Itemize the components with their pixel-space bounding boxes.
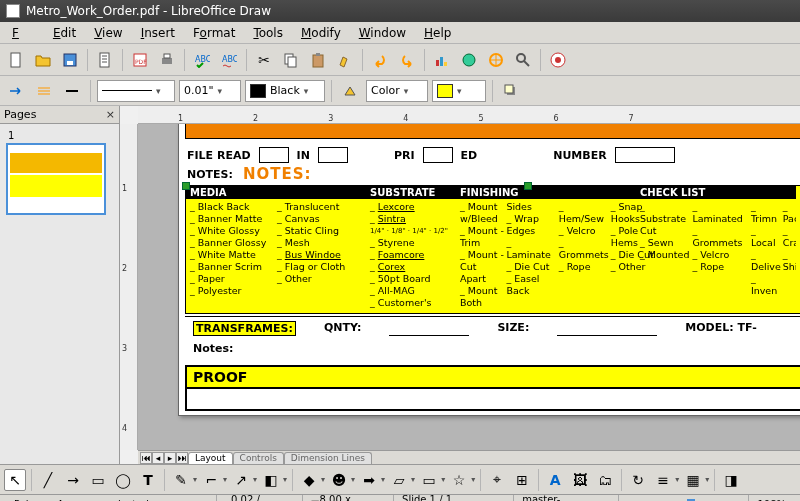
hyperlink-button[interactable]	[457, 48, 481, 72]
gallery-tool[interactable]: 🗂	[594, 469, 616, 491]
print-button[interactable]	[155, 48, 179, 72]
menu-format[interactable]: Format	[185, 24, 243, 42]
pages-panel-body: 1	[0, 124, 119, 464]
status-zoom[interactable]: 108%	[748, 495, 794, 501]
lines-arrows-tool[interactable]: ↗	[230, 469, 252, 491]
separator	[122, 49, 123, 71]
select-tool[interactable]: ↖	[4, 469, 26, 491]
spellcheck-button[interactable]: ABC	[190, 48, 214, 72]
tab-controls[interactable]: Controls	[233, 452, 284, 464]
format-paintbrush-button[interactable]	[333, 48, 357, 72]
line-color-name: Black	[270, 84, 300, 97]
line-color-button[interactable]	[60, 79, 84, 103]
area-color-combo[interactable]: ▾	[432, 80, 486, 102]
titlebar: Metro_Work_Order.pdf - LibreOffice Draw	[0, 0, 800, 22]
cut-button[interactable]: ✂	[252, 48, 276, 72]
shadow-button[interactable]	[499, 79, 523, 103]
glue-tool[interactable]: ⊞	[511, 469, 533, 491]
number-box	[615, 147, 675, 163]
3d-tool[interactable]: ◧	[260, 469, 282, 491]
arrow-tool[interactable]: →	[62, 469, 84, 491]
media-items: Black BackBanner Matte White GlossyBanne…	[186, 201, 366, 297]
notes-big-label: NOTES:	[243, 165, 312, 183]
curve-tool[interactable]: ✎	[170, 469, 192, 491]
arrow-style-button[interactable]	[4, 79, 28, 103]
menu-insert[interactable]: Insert	[133, 24, 183, 42]
tab-nav-last[interactable]: ⏭	[176, 452, 188, 464]
menubar: F Edit View Insert Format Tools Modify W…	[0, 22, 800, 44]
from-file-tool[interactable]: 🖼	[569, 469, 591, 491]
chart-button[interactable]	[430, 48, 454, 72]
rotate-tool[interactable]: ↻	[627, 469, 649, 491]
edit-file-button[interactable]	[93, 48, 117, 72]
arrange-tool[interactable]: ▦	[682, 469, 704, 491]
copy-button[interactable]	[279, 48, 303, 72]
line-tool[interactable]: ╱	[37, 469, 59, 491]
flowchart-tool[interactable]: ▱	[388, 469, 410, 491]
tab-nav-next[interactable]: ▸	[164, 452, 176, 464]
zoom-slider[interactable]: − +	[618, 495, 738, 501]
new-button[interactable]	[4, 48, 28, 72]
selection-handle[interactable]	[524, 182, 532, 190]
line-width-combo[interactable]: 0.01"▾	[179, 80, 241, 102]
line-color-combo[interactable]: Black▾	[245, 80, 325, 102]
horizontal-ruler: 1234567	[138, 106, 800, 124]
connector-tool[interactable]: ⌐	[200, 469, 222, 491]
svg-rect-14	[436, 60, 439, 66]
paste-button[interactable]	[306, 48, 330, 72]
fontwork-tool[interactable]: A	[544, 469, 566, 491]
selection-handle[interactable]	[182, 182, 190, 190]
finishing-items-a: Mount w/BleedMount - TrimMount - Cut Apa…	[456, 201, 555, 309]
substrate-column: SUBSTRATE Lexcore Sintra 1/4" · 1/8" · 1…	[366, 186, 456, 313]
zoom-button[interactable]	[511, 48, 535, 72]
block-arrows-tool[interactable]: ➡	[358, 469, 380, 491]
pages-panel-title: Pages	[4, 108, 36, 121]
menu-view[interactable]: View	[86, 24, 130, 42]
extrusion-tool[interactable]: ◨	[720, 469, 742, 491]
area-style-combo[interactable]: Color▾	[366, 80, 428, 102]
star-tool[interactable]: ☆	[448, 469, 470, 491]
basic-shapes-tool[interactable]: ◆	[298, 469, 320, 491]
status-master: master-page3	[513, 495, 598, 501]
line-style-button[interactable]	[32, 79, 56, 103]
help-button[interactable]	[546, 48, 570, 72]
export-pdf-button[interactable]: PDF	[128, 48, 152, 72]
finishing-header: FINISHING	[456, 186, 636, 199]
area-button[interactable]	[338, 79, 362, 103]
close-icon[interactable]: ×	[106, 108, 115, 121]
tab-nav-prev[interactable]: ◂	[152, 452, 164, 464]
tab-nav-first[interactable]: ⏮	[140, 452, 152, 464]
points-tool[interactable]: ⌖	[486, 469, 508, 491]
auto-spellcheck-button[interactable]: ABC	[217, 48, 241, 72]
rectangle-tool[interactable]: ▭	[87, 469, 109, 491]
menu-help[interactable]: Help	[416, 24, 459, 42]
page-thumbnail-number: 1	[6, 130, 106, 141]
menu-file[interactable]: F	[4, 24, 43, 42]
open-button[interactable]	[31, 48, 55, 72]
svg-text:ABC: ABC	[222, 55, 237, 64]
navigator-button[interactable]	[484, 48, 508, 72]
menu-edit[interactable]: Edit	[45, 24, 84, 42]
svg-rect-0	[11, 53, 20, 67]
menu-window[interactable]: Window	[351, 24, 414, 42]
pri-box	[423, 147, 453, 163]
text-tool[interactable]: T	[137, 469, 159, 491]
menu-tools[interactable]: Tools	[245, 24, 291, 42]
tab-dimension[interactable]: Dimension Lines	[284, 452, 372, 464]
page-thumbnail[interactable]: 1	[6, 130, 106, 215]
symbol-shapes-tool[interactable]: ☻	[328, 469, 350, 491]
page-viewport[interactable]: FILE READ IN PRIED NUMBER NOTES: NOTES:	[138, 124, 800, 450]
save-button[interactable]	[58, 48, 82, 72]
page-thumbnail-image	[6, 143, 106, 215]
redo-button[interactable]	[395, 48, 419, 72]
undo-button[interactable]	[368, 48, 392, 72]
line-style-combo[interactable]: ▾	[97, 80, 175, 102]
svg-rect-6	[162, 58, 172, 64]
align-tool[interactable]: ≡	[652, 469, 674, 491]
menu-modify[interactable]: Modify	[293, 24, 349, 42]
ellipse-tool[interactable]: ◯	[112, 469, 134, 491]
page: FILE READ IN PRIED NUMBER NOTES: NOTES:	[178, 124, 800, 416]
tab-layout[interactable]: Layout	[188, 452, 233, 464]
separator	[714, 469, 715, 491]
callout-tool[interactable]: ▭	[418, 469, 440, 491]
